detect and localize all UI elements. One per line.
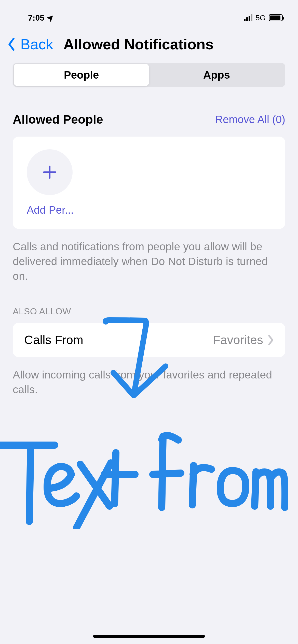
add-person-label: Add Per... [27, 204, 80, 216]
allowed-people-section: Allowed People Remove All (0) Add Per... [0, 112, 298, 229]
location-icon [47, 14, 55, 22]
chevron-right-icon [268, 335, 274, 345]
signal-icon [244, 14, 252, 21]
calls-from-label: Calls From [24, 333, 83, 347]
also-allow-section: ALSO ALLOW Calls From Favorites [0, 306, 298, 357]
back-chevron-icon[interactable] [8, 38, 15, 51]
status-right: 5G [244, 13, 283, 22]
calls-from-description: Allow incoming calls from your favorites… [0, 357, 298, 397]
home-indicator[interactable] [93, 635, 205, 638]
add-circle [27, 149, 73, 195]
allowed-people-card: Add Per... [13, 137, 285, 229]
section-header: Allowed People Remove All (0) [13, 112, 285, 126]
status-bar: 7:05 5G [0, 0, 298, 28]
section-title: Allowed People [13, 112, 103, 126]
tab-apps[interactable]: Apps [149, 64, 284, 86]
battery-icon [269, 14, 283, 21]
also-allow-header: ALSO ALLOW [0, 306, 298, 323]
handwritten-text-annotation [0, 427, 288, 529]
calls-from-row[interactable]: Calls From Favorites [13, 323, 285, 357]
calls-from-value: Favorites [213, 333, 263, 347]
page-title: Allowed Notifications [63, 36, 214, 53]
remove-all-button[interactable]: Remove All (0) [215, 113, 285, 126]
plus-icon [42, 165, 57, 180]
segmented-control: People Apps [13, 63, 285, 87]
back-button[interactable]: Back [20, 36, 53, 53]
status-time-group: 7:05 [28, 13, 55, 23]
calls-from-value-group: Favorites [213, 333, 274, 347]
tab-people[interactable]: People [14, 64, 149, 86]
add-person-button[interactable]: Add Per... [27, 149, 78, 216]
nav-header: Back Allowed Notifications [0, 28, 298, 63]
network-type: 5G [255, 13, 266, 22]
allowed-people-description: Calls and notifications from people you … [0, 229, 298, 283]
status-time: 7:05 [28, 13, 44, 23]
